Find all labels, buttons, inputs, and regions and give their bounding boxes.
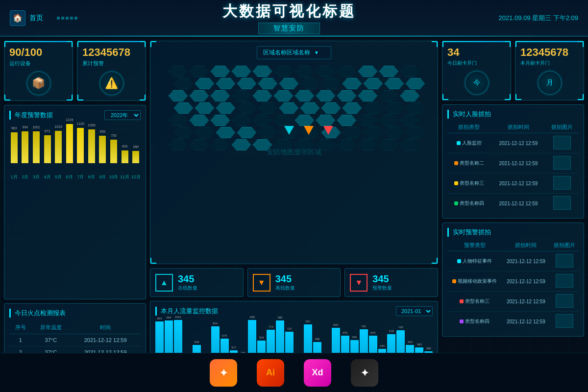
month-select[interactable]: 2021-01	[396, 306, 433, 316]
alert-col-type: 预警类型	[447, 240, 502, 251]
header: 🏠 首页 大数据可视化标题 智慧安防 2021.09.09 星期三 下午2:09	[0, 0, 588, 37]
hex-cell	[195, 102, 215, 114]
hex-cell	[195, 127, 215, 138]
xd-icon[interactable]: Xd	[304, 359, 331, 387]
face-time-cell: 2021-12-12 12:59	[491, 194, 546, 214]
hex-cell	[400, 115, 420, 126]
face-img-cell	[546, 173, 579, 194]
face-time-cell: 2021-12-12 12:59	[491, 133, 546, 153]
right-stat-today-num: 34	[447, 46, 506, 59]
hex-cell	[364, 102, 383, 114]
counter-online-icon: ▲	[155, 274, 173, 292]
alert-img-cell	[550, 292, 579, 312]
bar-value: 1018	[54, 125, 62, 128]
sketch-icon[interactable]: ✦	[210, 359, 237, 387]
table-row: 类型名称二2021-12-12 12:59	[447, 153, 579, 173]
bar-value: 963	[11, 126, 17, 130]
illustrator-icon[interactable]: Ai	[257, 359, 284, 387]
capture-image	[553, 196, 571, 210]
flow-bar-value: 640	[370, 331, 375, 334]
flow-bar-value: 345	[380, 344, 385, 347]
flow-bar-value: 963	[157, 317, 162, 320]
hex-cell	[211, 115, 230, 126]
right-stat-month-num: 12345678	[520, 46, 579, 59]
stat-alerts-icon: ⚠️	[99, 71, 124, 96]
hex-cell	[364, 127, 383, 138]
hex-cell	[343, 127, 362, 138]
alert-col-time: 抓拍时间	[502, 240, 550, 251]
map-dropdown[interactable]: 区域名称区域名称 ▼	[257, 46, 331, 59]
bar-value: 1100	[76, 122, 84, 125]
chart-header: 年度预警数据 2022年	[9, 110, 141, 120]
hex-cell	[400, 90, 420, 101]
flow-bar-value: 791	[361, 325, 366, 328]
table-cell: 37°C	[31, 334, 70, 346]
hex-cell	[400, 139, 420, 150]
hex-cell	[211, 139, 230, 150]
bar-group: 380	[131, 151, 141, 163]
alert-title: 实时预警抓拍	[447, 228, 579, 237]
hex-cell	[253, 66, 272, 77]
marker-orange	[304, 126, 314, 135]
left-panel: 90/100 运行设备 📦 12345678 累计预警 ⚠️ 年度预警数据 20…	[4, 41, 146, 388]
face-type-cell: 类型名称三	[447, 173, 491, 194]
stat-devices-num: 90/100	[9, 46, 68, 59]
bar-value: 856	[100, 130, 106, 133]
counter-warning: ▼ 345 预警数量	[344, 268, 438, 297]
hex-cell	[211, 90, 230, 101]
hex-cell	[169, 90, 188, 101]
stat-card-alerts: 12345678 累计预警 ⚠️	[77, 41, 146, 101]
stat-alerts-num: 12345678	[82, 46, 141, 59]
home-icon[interactable]: 🏠	[10, 10, 25, 26]
bar-group: 730	[109, 140, 119, 163]
flow-bar-value: 985	[278, 316, 283, 319]
alert-type-cell: 类型名称四	[447, 312, 502, 332]
hex-cell	[279, 78, 299, 89]
hex-cell	[358, 139, 378, 150]
bar-value: 380	[133, 145, 139, 148]
bar-group: 1018	[53, 131, 63, 163]
figma-icon[interactable]: ✦	[351, 359, 378, 387]
bar-value: 994	[23, 125, 28, 129]
year-select[interactable]: 2022年	[104, 110, 141, 120]
face-time-cell: 2021-12-12 12:59	[491, 153, 546, 173]
type-dot	[452, 279, 456, 283]
hex-cell	[169, 139, 188, 150]
stat-devices-icon: 📦	[26, 71, 51, 96]
hex-cell	[406, 127, 425, 138]
flow-bar-value: 380	[417, 343, 422, 346]
flow-bar-value: 549	[352, 336, 357, 339]
hex-cell	[190, 66, 209, 77]
home-label[interactable]: 首页	[29, 14, 43, 23]
alert-capture-table: 预警类型 抓拍时间 抓拍图片 人物特征事件2021-12-12 12:59视频移…	[447, 240, 579, 331]
fire-table-title: 今日火点检测报表	[9, 309, 141, 318]
table-row: 类型名称四2021-12-12 12:59	[447, 312, 579, 332]
table-row: 137°C2021-12-12 12:59	[9, 334, 141, 346]
flow-bar-value: 439	[194, 341, 199, 343]
hex-cell	[216, 127, 236, 138]
face-table-body: 人脸监控2021-12-12 12:59类型名称二2021-12-12 12:5…	[447, 133, 579, 214]
hex-cell	[343, 102, 362, 114]
hex-cell	[300, 102, 320, 114]
type-dot	[454, 201, 458, 205]
counter-online: ▲ 345 在线数量	[150, 268, 244, 297]
hex-cell	[379, 139, 399, 150]
chart-title: 年度预警数据	[9, 111, 53, 120]
hex-cell	[237, 78, 257, 89]
hex-cell	[379, 115, 399, 126]
counter-online-label: 在线数量	[178, 285, 197, 292]
hex-cell	[174, 127, 194, 138]
counter-offline-icon: ▼	[253, 274, 270, 292]
header-left: 🏠 首页	[10, 10, 108, 26]
right-stat-today-icon: 今	[465, 71, 489, 95]
hex-cell	[295, 115, 315, 126]
hex-cell	[195, 78, 215, 89]
flow-bar-value: 434	[408, 341, 413, 343]
hex-cell	[385, 102, 404, 114]
flow-bar-value: 820	[333, 323, 338, 326]
hex-cell	[358, 66, 378, 77]
hex-cell	[385, 78, 404, 89]
counter-warning-num: 345	[372, 273, 392, 285]
marker-cyan	[284, 126, 294, 135]
bar-group: 1100	[75, 128, 85, 163]
